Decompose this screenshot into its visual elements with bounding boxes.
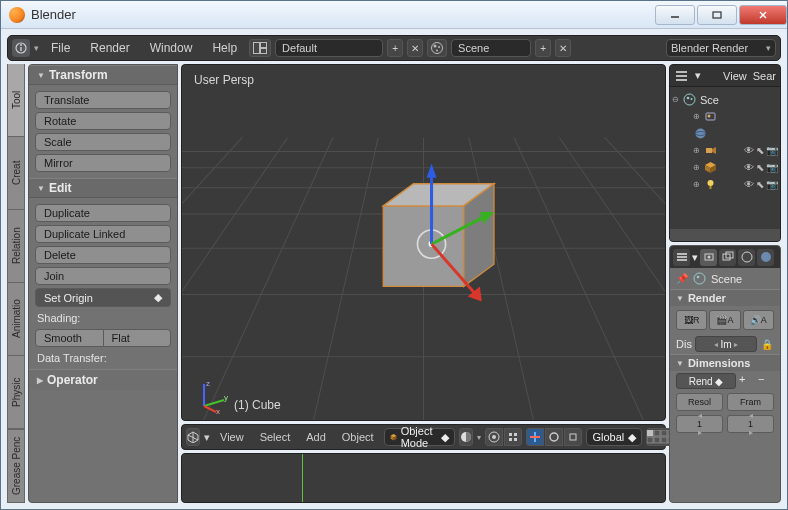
timeline-playhead[interactable] — [302, 454, 303, 502]
add-menu[interactable]: Add — [300, 429, 332, 445]
chevron-updown-icon: ◆ — [441, 431, 449, 444]
tab-animation[interactable]: Animatio — [7, 283, 25, 356]
interaction-mode-select[interactable]: Object Mode ◆ — [384, 428, 456, 446]
duplicate-linked-button[interactable]: Duplicate Linked — [35, 225, 171, 243]
outliner-hscroll[interactable] — [670, 229, 780, 241]
tab-create[interactable]: Creat — [7, 137, 25, 210]
render-icon[interactable]: 📷 — [766, 145, 778, 156]
props-editor-icon[interactable] — [673, 249, 690, 266]
tree-camera-row: ⊕ 👁⬉📷 — [672, 142, 778, 159]
mirror-button[interactable]: Mirror — [35, 154, 171, 172]
translate-button[interactable]: Translate — [35, 91, 171, 109]
context-world-tab[interactable] — [757, 249, 774, 266]
menu-window[interactable]: Window — [142, 39, 201, 57]
scale-button[interactable]: Scale — [35, 133, 171, 151]
engine-label: Blender Render — [671, 42, 748, 54]
scene-browse-icon[interactable] — [427, 39, 447, 57]
tab-relations[interactable]: Relation — [7, 210, 25, 283]
svg-rect-91 — [677, 253, 687, 255]
viewport-shading-select[interactable] — [459, 428, 473, 446]
minimize-button[interactable] — [655, 5, 695, 25]
context-renderlayers-tab[interactable] — [719, 249, 736, 266]
tab-grease-pencil[interactable]: Grease Penc — [7, 429, 25, 503]
renderlayers-icon — [703, 109, 718, 124]
cursor-icon[interactable]: ⬉ — [756, 179, 764, 190]
display-mode-select[interactable]: ◂ Im ▸ — [695, 336, 757, 352]
render-image-button[interactable]: 🖼R — [676, 310, 707, 330]
remove-scene-button[interactable]: ✕ — [555, 39, 571, 57]
screen-layout-name[interactable]: Default — [275, 39, 383, 57]
delete-button[interactable]: Delete — [35, 246, 171, 264]
remove-layout-button[interactable]: ✕ — [407, 39, 423, 57]
outliner-editor-icon[interactable] — [674, 68, 689, 83]
edit-panel-header[interactable]: Edit — [29, 178, 177, 198]
object-menu[interactable]: Object — [336, 429, 380, 445]
transform-panel-header[interactable]: Transform — [29, 65, 177, 85]
frame-value[interactable]: ◂1▸ — [727, 415, 774, 433]
render-engine-select[interactable]: Blender Render ▾ — [666, 39, 776, 57]
outliner: ▾ View Sear ⊖ Sce ⊕ — [669, 64, 781, 242]
maximize-button[interactable] — [697, 5, 737, 25]
render-panel-header[interactable]: Render — [670, 289, 780, 306]
manipulator-translate-toggle[interactable] — [526, 428, 544, 446]
render-audio-button[interactable]: 🔊A — [743, 310, 774, 330]
close-button[interactable] — [739, 5, 787, 25]
manipulator-rotate-toggle[interactable] — [545, 428, 563, 446]
menu-file[interactable]: File — [43, 39, 78, 57]
render-anim-button[interactable]: 🎬A — [709, 310, 740, 330]
preset-label: Rend — [689, 376, 713, 387]
set-origin-dropdown[interactable]: Set Origin◆ — [35, 288, 171, 307]
tab-physics[interactable]: Physic — [7, 356, 25, 429]
tree-scene-row: ⊖ Sce — [672, 91, 778, 108]
info-editor-icon[interactable] — [12, 39, 30, 57]
rotate-button[interactable]: Rotate — [35, 112, 171, 130]
scene-name[interactable]: Scene — [451, 39, 531, 57]
svg-point-10 — [432, 43, 443, 54]
render-icon[interactable]: 📷 — [766, 179, 778, 190]
transform-orientation-select[interactable]: Global ◆ — [586, 428, 642, 446]
view-menu[interactable]: View — [214, 429, 250, 445]
duplicate-button[interactable]: Duplicate — [35, 204, 171, 222]
dimensions-panel-header[interactable]: Dimensions — [670, 354, 780, 371]
outliner-view-menu[interactable]: View — [723, 70, 747, 82]
3d-editor-type-icon[interactable] — [186, 428, 200, 446]
render-preset-select[interactable]: Rend ◆ — [676, 373, 736, 389]
pin-icon[interactable]: 📌 — [676, 273, 688, 284]
render-icon[interactable]: 📷 — [766, 162, 778, 173]
svg-point-95 — [707, 256, 710, 259]
eye-icon[interactable]: 👁 — [744, 145, 754, 156]
eye-icon[interactable]: 👁 — [744, 179, 754, 190]
cursor-icon[interactable]: ⬉ — [756, 145, 764, 156]
screen-layout-icon[interactable] — [249, 39, 271, 57]
cursor-icon[interactable]: ⬉ — [756, 162, 764, 173]
lock-icon[interactable]: 🔒 — [760, 336, 774, 352]
3d-viewport[interactable]: User Persp z y x (1) Cube — [181, 64, 666, 421]
join-button[interactable]: Join — [35, 267, 171, 285]
resolution-value[interactable]: ◂1▸ — [676, 415, 723, 433]
svg-rect-60 — [514, 438, 517, 441]
context-scene-tab[interactable] — [738, 249, 755, 266]
svg-rect-1 — [713, 12, 721, 18]
manipulator-scale-toggle[interactable] — [564, 428, 582, 446]
pivot-point-select[interactable] — [485, 428, 503, 446]
eye-icon[interactable]: 👁 — [744, 162, 754, 173]
operator-panel-header[interactable]: Operator — [29, 369, 177, 390]
titlebar: Blender — [1, 1, 787, 29]
preset-remove-button[interactable]: − — [758, 373, 774, 389]
manipulate-center-toggle[interactable] — [504, 428, 522, 446]
outliner-search-menu[interactable]: Sear — [753, 70, 776, 82]
add-scene-button[interactable]: + — [535, 39, 551, 57]
preset-add-button[interactable]: + — [739, 373, 755, 389]
smooth-shading-button[interactable]: Smooth — [35, 329, 104, 347]
svg-rect-7 — [254, 43, 260, 54]
timeline-editor[interactable] — [181, 453, 666, 503]
flat-shading-button[interactable]: Flat — [104, 329, 172, 347]
context-render-tab[interactable] — [700, 249, 717, 266]
menu-help[interactable]: Help — [204, 39, 245, 57]
menu-render[interactable]: Render — [82, 39, 137, 57]
select-menu[interactable]: Select — [254, 429, 297, 445]
add-layout-button[interactable]: + — [387, 39, 403, 57]
outliner-tree[interactable]: ⊖ Sce ⊕ ⊕ — [670, 87, 780, 229]
svg-point-78 — [687, 97, 690, 100]
tab-tools[interactable]: Tool — [7, 64, 25, 137]
